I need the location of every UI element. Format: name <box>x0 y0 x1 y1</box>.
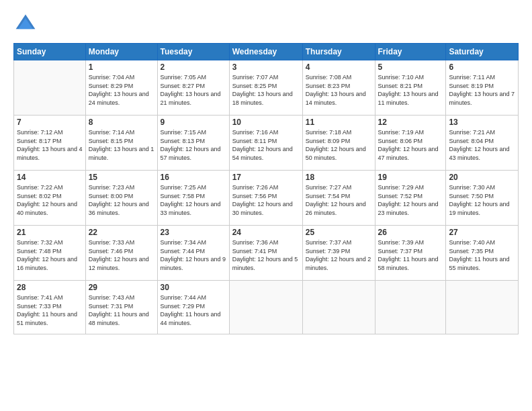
calendar-cell: 23Sunrise: 7:34 AMSunset: 7:44 PMDayligh… <box>157 226 229 281</box>
header <box>13 12 519 36</box>
day-info: Sunrise: 7:33 AMSunset: 7:46 PMDaylight:… <box>89 238 154 272</box>
logo-icon <box>13 12 38 36</box>
day-info: Sunrise: 7:16 AMSunset: 8:11 PMDaylight:… <box>232 128 300 162</box>
calendar-cell: 27Sunrise: 7:40 AMSunset: 7:35 PMDayligh… <box>446 226 519 281</box>
day-info: Sunrise: 7:27 AMSunset: 7:54 PMDaylight:… <box>306 183 372 217</box>
day-header-friday: Friday <box>375 44 446 60</box>
calendar-cell: 6Sunrise: 7:11 AMSunset: 8:19 PMDaylight… <box>446 60 519 116</box>
calendar-cell <box>14 60 86 116</box>
day-number: 4 <box>306 62 372 72</box>
day-info: Sunrise: 7:11 AMSunset: 8:19 PMDaylight:… <box>449 73 515 107</box>
calendar-cell <box>446 281 519 334</box>
day-number: 10 <box>232 118 300 127</box>
day-info: Sunrise: 7:32 AMSunset: 7:48 PMDaylight:… <box>17 238 83 272</box>
calendar-table: SundayMondayTuesdayWednesdayThursdayFrid… <box>13 43 519 334</box>
calendar-cell <box>229 281 302 334</box>
calendar-cell: 13Sunrise: 7:21 AMSunset: 8:04 PMDayligh… <box>446 116 519 171</box>
calendar-cell: 19Sunrise: 7:29 AMSunset: 7:52 PMDayligh… <box>375 171 446 226</box>
day-number: 15 <box>89 173 154 182</box>
day-number: 23 <box>161 228 226 237</box>
day-info: Sunrise: 7:18 AMSunset: 8:09 PMDaylight:… <box>306 128 372 162</box>
day-info: Sunrise: 7:34 AMSunset: 7:44 PMDaylight:… <box>161 238 226 272</box>
calendar-cell: 5Sunrise: 7:10 AMSunset: 8:21 PMDaylight… <box>375 60 446 116</box>
day-info: Sunrise: 7:08 AMSunset: 8:23 PMDaylight:… <box>306 73 372 107</box>
day-info: Sunrise: 7:40 AMSunset: 7:35 PMDaylight:… <box>449 238 515 272</box>
day-info: Sunrise: 7:43 AMSunset: 7:31 PMDaylight:… <box>89 293 154 327</box>
day-number: 25 <box>306 228 372 237</box>
calendar-cell: 20Sunrise: 7:30 AMSunset: 7:50 PMDayligh… <box>446 171 519 226</box>
calendar-cell: 12Sunrise: 7:19 AMSunset: 8:06 PMDayligh… <box>375 116 446 171</box>
calendar-cell: 25Sunrise: 7:37 AMSunset: 7:39 PMDayligh… <box>302 226 375 281</box>
day-number: 6 <box>449 62 515 72</box>
day-info: Sunrise: 7:25 AMSunset: 7:58 PMDaylight:… <box>161 183 226 217</box>
day-number: 5 <box>378 62 443 72</box>
day-info: Sunrise: 7:14 AMSunset: 8:15 PMDaylight:… <box>89 128 154 162</box>
day-info: Sunrise: 7:30 AMSunset: 7:50 PMDaylight:… <box>449 183 515 217</box>
day-number: 3 <box>232 62 300 72</box>
week-row-5: 28Sunrise: 7:41 AMSunset: 7:33 PMDayligh… <box>14 281 519 334</box>
day-number: 21 <box>17 228 83 237</box>
day-number: 29 <box>89 283 154 292</box>
day-number: 2 <box>161 62 226 72</box>
calendar-cell: 24Sunrise: 7:36 AMSunset: 7:41 PMDayligh… <box>229 226 302 281</box>
day-info: Sunrise: 7:15 AMSunset: 8:13 PMDaylight:… <box>161 128 226 162</box>
calendar-cell: 22Sunrise: 7:33 AMSunset: 7:46 PMDayligh… <box>85 226 157 281</box>
day-info: Sunrise: 7:21 AMSunset: 8:04 PMDaylight:… <box>449 128 515 162</box>
week-row-1: 1Sunrise: 7:04 AMSunset: 8:29 PMDaylight… <box>14 60 519 116</box>
calendar-cell: 4Sunrise: 7:08 AMSunset: 8:23 PMDaylight… <box>302 60 375 116</box>
day-header-monday: Monday <box>85 44 157 60</box>
calendar-cell: 16Sunrise: 7:25 AMSunset: 7:58 PMDayligh… <box>157 171 229 226</box>
calendar-cell: 18Sunrise: 7:27 AMSunset: 7:54 PMDayligh… <box>302 171 375 226</box>
day-number: 20 <box>449 173 515 182</box>
calendar-cell: 30Sunrise: 7:44 AMSunset: 7:29 PMDayligh… <box>157 281 229 334</box>
calendar-cell: 14Sunrise: 7:22 AMSunset: 8:02 PMDayligh… <box>14 171 86 226</box>
day-info: Sunrise: 7:05 AMSunset: 8:27 PMDaylight:… <box>161 73 226 107</box>
day-header-thursday: Thursday <box>302 44 375 60</box>
calendar-header-row: SundayMondayTuesdayWednesdayThursdayFrid… <box>14 44 519 60</box>
day-info: Sunrise: 7:10 AMSunset: 8:21 PMDaylight:… <box>378 73 443 107</box>
day-number: 22 <box>89 228 154 237</box>
day-info: Sunrise: 7:26 AMSunset: 7:56 PMDaylight:… <box>232 183 300 217</box>
calendar-cell <box>375 281 446 334</box>
calendar-cell: 1Sunrise: 7:04 AMSunset: 8:29 PMDaylight… <box>85 60 157 116</box>
day-number: 11 <box>306 118 372 127</box>
calendar-cell: 8Sunrise: 7:14 AMSunset: 8:15 PMDaylight… <box>85 116 157 171</box>
day-info: Sunrise: 7:12 AMSunset: 8:17 PMDaylight:… <box>17 128 83 162</box>
day-info: Sunrise: 7:19 AMSunset: 8:06 PMDaylight:… <box>378 128 443 162</box>
day-number: 18 <box>306 173 372 182</box>
day-number: 30 <box>161 283 226 292</box>
day-header-wednesday: Wednesday <box>229 44 302 60</box>
day-header-sunday: Sunday <box>14 44 86 60</box>
calendar-cell: 7Sunrise: 7:12 AMSunset: 8:17 PMDaylight… <box>14 116 86 171</box>
calendar-cell: 29Sunrise: 7:43 AMSunset: 7:31 PMDayligh… <box>85 281 157 334</box>
day-number: 28 <box>17 283 83 292</box>
calendar-cell: 17Sunrise: 7:26 AMSunset: 7:56 PMDayligh… <box>229 171 302 226</box>
day-number: 8 <box>89 118 154 127</box>
day-number: 19 <box>378 173 443 182</box>
calendar-cell: 9Sunrise: 7:15 AMSunset: 8:13 PMDaylight… <box>157 116 229 171</box>
day-number: 24 <box>232 228 300 237</box>
week-row-3: 14Sunrise: 7:22 AMSunset: 8:02 PMDayligh… <box>14 171 519 226</box>
day-number: 26 <box>378 228 443 237</box>
day-number: 16 <box>161 173 226 182</box>
day-info: Sunrise: 7:41 AMSunset: 7:33 PMDaylight:… <box>17 293 83 327</box>
day-number: 14 <box>17 173 83 182</box>
calendar-cell: 28Sunrise: 7:41 AMSunset: 7:33 PMDayligh… <box>14 281 86 334</box>
week-row-2: 7Sunrise: 7:12 AMSunset: 8:17 PMDaylight… <box>14 116 519 171</box>
day-number: 1 <box>89 62 154 72</box>
day-info: Sunrise: 7:44 AMSunset: 7:29 PMDaylight:… <box>161 293 226 327</box>
day-info: Sunrise: 7:36 AMSunset: 7:41 PMDaylight:… <box>232 238 300 272</box>
calendar-cell: 26Sunrise: 7:39 AMSunset: 7:37 PMDayligh… <box>375 226 446 281</box>
calendar-cell: 2Sunrise: 7:05 AMSunset: 8:27 PMDaylight… <box>157 60 229 116</box>
calendar-cell: 10Sunrise: 7:16 AMSunset: 8:11 PMDayligh… <box>229 116 302 171</box>
calendar-cell <box>302 281 375 334</box>
day-number: 9 <box>161 118 226 127</box>
day-info: Sunrise: 7:07 AMSunset: 8:25 PMDaylight:… <box>232 73 300 107</box>
day-info: Sunrise: 7:29 AMSunset: 7:52 PMDaylight:… <box>378 183 443 217</box>
day-number: 12 <box>378 118 443 127</box>
day-number: 13 <box>449 118 515 127</box>
page: SundayMondayTuesdayWednesdayThursdayFrid… <box>0 0 532 411</box>
day-info: Sunrise: 7:23 AMSunset: 8:00 PMDaylight:… <box>89 183 154 217</box>
day-info: Sunrise: 7:37 AMSunset: 7:39 PMDaylight:… <box>306 238 372 272</box>
calendar-cell: 15Sunrise: 7:23 AMSunset: 8:00 PMDayligh… <box>85 171 157 226</box>
